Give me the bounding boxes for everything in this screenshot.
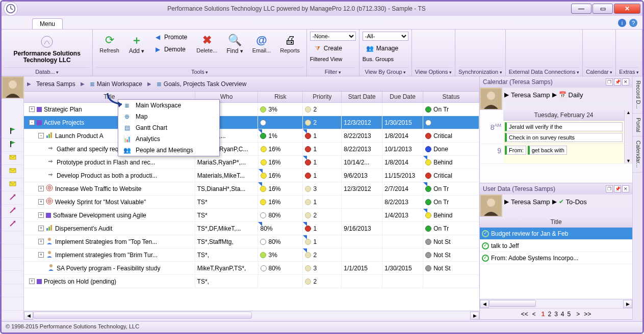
- tree-toggle[interactable]: +: [38, 226, 44, 231]
- calendar-button[interactable]: Calendar: [586, 67, 612, 75]
- group-tools[interactable]: Tools: [96, 67, 303, 75]
- cal-scroll-down[interactable]: [624, 121, 632, 144]
- data-grid[interactable]: +Strategic Plan3%2On Tr-Active Projects2…: [24, 103, 479, 311]
- calendar-appointment[interactable]: Check in on survey results: [505, 133, 623, 142]
- extras-button[interactable]: Extras: [619, 67, 639, 75]
- table-row[interactable]: -Launch Product AMariaS*,...1%18/22/2013…: [24, 129, 479, 143]
- pager-page[interactable]: 5: [568, 311, 571, 318]
- pager-last[interactable]: >>: [584, 311, 591, 318]
- table-row[interactable]: +Weekly Sprint for "Most Valuable"TS*16%…: [24, 196, 479, 209]
- col-due[interactable]: Due Date: [382, 92, 423, 102]
- sidetab-calendar[interactable]: Calendar...: [633, 136, 642, 172]
- bc-page[interactable]: ≣Goals, Projects Task Overview: [154, 79, 249, 89]
- view-options-button[interactable]: View Options: [415, 67, 452, 75]
- pane-close-icon[interactable]: ✕: [622, 185, 629, 192]
- group-filter[interactable]: Filter: [310, 67, 356, 75]
- table-row[interactable]: Prototype product in Flash and rec...Mar…: [24, 156, 479, 169]
- calendar-timeslot[interactable]: 9From: get back with▼: [480, 144, 632, 164]
- calendar-timeslot[interactable]: 8AMJerald will verify if theCheck in on …: [480, 121, 632, 144]
- dropdown-item[interactable]: ⊕Map: [118, 111, 219, 122]
- groups-manage-button[interactable]: 👥Manage: [363, 43, 402, 54]
- refresh-button[interactable]: ⟳ Refresh: [96, 32, 123, 55]
- table-row[interactable]: +Software Development using AgileTS*80%2…: [24, 209, 479, 222]
- dropdown-item[interactable]: 📊Analytics: [118, 133, 219, 145]
- scroll-right-button[interactable]: ▶: [470, 312, 479, 320]
- help-icon[interactable]: ?: [629, 19, 637, 27]
- cal-scroll-up[interactable]: ▲: [624, 110, 632, 121]
- tree-toggle[interactable]: +: [38, 186, 44, 191]
- pane-restore-icon[interactable]: ❐: [606, 78, 613, 86]
- group-viewby[interactable]: View By Group: [363, 67, 408, 75]
- reports-button[interactable]: 🖨 Reports: [276, 32, 303, 55]
- col-start[interactable]: Start Date: [342, 92, 382, 102]
- tree-toggle[interactable]: +: [38, 199, 44, 205]
- info-icon[interactable]: i: [618, 19, 626, 27]
- cal-scroll-down[interactable]: ▼: [624, 144, 632, 163]
- userdata-hscroll[interactable]: ◀ ▶: [480, 299, 632, 308]
- col-priority[interactable]: Priority: [303, 92, 342, 102]
- bc-sep[interactable]: ▶: [27, 81, 31, 87]
- table-row[interactable]: Gather and specify requirementsDianaH,Ry…: [24, 143, 479, 156]
- maximize-button[interactable]: ▭: [593, 4, 613, 14]
- find-button[interactable]: 🔍 Find ▾: [223, 32, 246, 56]
- bc-workspace[interactable]: ≣Main Workspace: [88, 79, 144, 89]
- cal-nav-view[interactable]: Daily: [569, 91, 583, 99]
- sidetab-record[interactable]: Record D...: [633, 76, 642, 114]
- table-row[interactable]: +Implement strategies from "Brim Tur...T…: [24, 248, 479, 262]
- email-button[interactable]: @ Email...: [249, 32, 275, 55]
- userdata-col-title[interactable]: Title: [480, 217, 632, 228]
- cal-nav-user[interactable]: Teresa Samp: [511, 91, 550, 99]
- pager-first[interactable]: <<: [521, 311, 528, 318]
- sync-button[interactable]: Synchronization: [458, 67, 502, 75]
- tree-toggle[interactable]: +: [38, 252, 44, 258]
- table-row[interactable]: +Projects on Hold (pending)TS*,2: [24, 275, 479, 288]
- promote-button[interactable]: ◀Promote: [150, 32, 191, 43]
- check-icon[interactable]: [482, 255, 489, 262]
- minimize-button[interactable]: —: [571, 4, 591, 14]
- table-row[interactable]: +Strategic Plan3%2On Tr: [24, 103, 479, 116]
- todo-row[interactable]: Budget review for Jan & Feb: [480, 228, 632, 240]
- check-icon[interactable]: [482, 242, 489, 249]
- pane-pin-icon[interactable]: 📌: [614, 78, 621, 86]
- table-row[interactable]: +Increase Web Traffic to WebsiteTS,Diana…: [24, 182, 479, 196]
- tree-toggle[interactable]: -: [29, 120, 35, 125]
- pane-restore-icon[interactable]: ❐: [606, 185, 613, 192]
- pane-pin-icon[interactable]: 📌: [614, 185, 621, 192]
- calendar-day-header[interactable]: Tuesday, February 24: [503, 110, 624, 121]
- menu-tab[interactable]: Menu: [32, 18, 63, 29]
- pager-page[interactable]: 3: [554, 311, 558, 318]
- tree-toggle[interactable]: +: [38, 239, 44, 244]
- group-database[interactable]: Datab...: [5, 67, 89, 75]
- pager-page[interactable]: 4: [561, 311, 564, 318]
- calendar-appointment[interactable]: From:: [505, 146, 526, 155]
- close-button[interactable]: ✕: [614, 4, 640, 14]
- table-row[interactable]: +Dispersement's AuditTS*,DF,MikeT,...80%…: [24, 222, 479, 235]
- tree-toggle[interactable]: +: [29, 279, 35, 284]
- table-row[interactable]: Develop Product as both a producti...Mat…: [24, 169, 479, 182]
- filter-select[interactable]: -None-: [310, 32, 356, 41]
- pager-prev[interactable]: <: [532, 311, 536, 318]
- user-avatar[interactable]: [2, 76, 24, 99]
- pager-page[interactable]: 2: [548, 311, 551, 318]
- ud-nav-list[interactable]: To-Dos: [566, 198, 587, 206]
- calendar-appointment[interactable]: Jerald will verify if the: [505, 122, 623, 131]
- pager-next[interactable]: >: [576, 311, 580, 318]
- col-status[interactable]: Status: [423, 92, 479, 102]
- sidetab-portal[interactable]: Portal: [633, 114, 642, 137]
- demote-button[interactable]: ▶Demote: [150, 44, 191, 55]
- grid-hscroll[interactable]: ◀ ▶: [24, 311, 479, 320]
- check-icon[interactable]: [482, 230, 489, 237]
- ud-nav-user[interactable]: Teresa Samp: [511, 198, 550, 206]
- extdata-button[interactable]: External Data Connections: [509, 67, 579, 75]
- delete-button[interactable]: ✖ Delete...: [193, 32, 221, 55]
- filter-create-button[interactable]: ⧩Create: [310, 43, 346, 54]
- todo-row[interactable]: talk to Jeff: [480, 240, 632, 252]
- calendar-appointment[interactable]: get back with: [528, 146, 567, 155]
- table-row[interactable]: +Implement Strategies from "Top Ten...TS…: [24, 235, 479, 248]
- dropdown-item[interactable]: ≣Main Workspace: [118, 100, 219, 111]
- scroll-left-button[interactable]: ◀: [24, 312, 33, 320]
- pager-page[interactable]: 1: [542, 311, 545, 318]
- tree-toggle[interactable]: +: [38, 212, 44, 218]
- col-risk[interactable]: Risk: [258, 92, 303, 102]
- table-row[interactable]: -Active Projects212/3/20121/30/2015: [24, 116, 479, 129]
